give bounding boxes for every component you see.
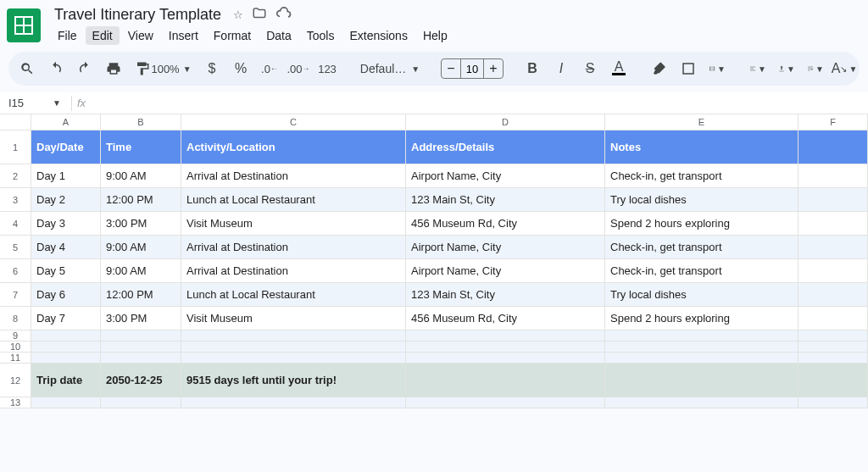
cell[interactable]: [798, 342, 868, 353]
cell[interactable]: Try local dishes: [605, 283, 798, 307]
cell[interactable]: [406, 353, 605, 364]
col-header-C[interactable]: C: [181, 114, 406, 130]
cell[interactable]: Arrival at Destination: [181, 164, 406, 188]
borders-icon[interactable]: [676, 57, 700, 81]
menu-insert[interactable]: Insert: [162, 26, 205, 45]
cell[interactable]: Airport Name, City: [406, 259, 605, 283]
vertical-align-icon[interactable]: ▼: [775, 57, 798, 81]
cell[interactable]: Trip date: [31, 364, 101, 397]
cell[interactable]: [605, 330, 798, 342]
font-select[interactable]: Defaul…▼: [356, 57, 424, 81]
cell[interactable]: [406, 364, 605, 397]
cell[interactable]: Arrival at Destination: [181, 236, 406, 259]
cell[interactable]: [31, 353, 101, 364]
menu-format[interactable]: Format: [207, 26, 258, 45]
cell[interactable]: Spend 2 hours exploring: [605, 212, 798, 236]
cell[interactable]: [101, 330, 181, 342]
cell[interactable]: 9:00 AM: [101, 164, 181, 188]
sheets-app-icon[interactable]: [7, 8, 41, 42]
row-header[interactable]: 3: [0, 188, 31, 212]
doc-title[interactable]: Travel Itinerary Template: [51, 5, 225, 25]
cell[interactable]: Check-in, get transport: [605, 164, 798, 188]
row-header[interactable]: 12: [0, 364, 31, 397]
currency-icon[interactable]: $: [200, 57, 224, 81]
row-header[interactable]: 1: [0, 130, 31, 164]
text-color-icon[interactable]: A: [607, 57, 631, 81]
decrease-decimal-icon[interactable]: .0←: [258, 57, 281, 81]
cell[interactable]: 123 Main St, City: [406, 188, 605, 212]
merge-cells-icon[interactable]: ▼: [705, 57, 729, 81]
header-cell[interactable]: Time: [101, 130, 181, 164]
cell[interactable]: Arrival at Destination: [181, 259, 406, 283]
cell[interactable]: 123 Main St, City: [406, 283, 605, 307]
row-header[interactable]: 7: [0, 283, 31, 307]
bold-icon[interactable]: B: [520, 57, 544, 81]
print-icon[interactable]: [102, 57, 125, 81]
cell[interactable]: 3:00 PM: [101, 307, 181, 330]
cell[interactable]: Lunch at Local Restaurant: [181, 283, 406, 307]
cell[interactable]: [798, 307, 868, 330]
row-header[interactable]: 8: [0, 307, 31, 330]
cell[interactable]: [181, 342, 406, 353]
row-header[interactable]: 13: [0, 397, 31, 408]
cell[interactable]: [798, 364, 868, 397]
cell[interactable]: [798, 164, 868, 188]
menu-help[interactable]: Help: [416, 26, 454, 45]
font-size-input[interactable]: [460, 59, 484, 78]
header-cell[interactable]: Notes: [605, 130, 798, 164]
cell[interactable]: Day 6: [31, 283, 101, 307]
row-header[interactable]: 11: [0, 353, 31, 364]
cell[interactable]: [181, 353, 406, 364]
cell[interactable]: [406, 342, 605, 353]
search-icon[interactable]: [15, 57, 39, 81]
cell[interactable]: 456 Museum Rd, City: [406, 307, 605, 330]
row-header[interactable]: 9: [0, 330, 31, 342]
cell[interactable]: Lunch at Local Restaurant: [181, 188, 406, 212]
cell[interactable]: 9:00 AM: [101, 259, 181, 283]
cloud-status-icon[interactable]: [275, 5, 292, 25]
spreadsheet-grid[interactable]: ABCDEF 1Day/DateTimeActivity/LocationAdd…: [0, 114, 868, 408]
menu-extensions[interactable]: Extensions: [342, 26, 414, 45]
formula-input[interactable]: [91, 97, 868, 109]
cell[interactable]: 2050-12-25: [101, 364, 181, 397]
redo-icon[interactable]: [73, 57, 97, 81]
cell[interactable]: 3:00 PM: [101, 212, 181, 236]
cell[interactable]: Visit Museum: [181, 212, 406, 236]
cell[interactable]: [31, 397, 101, 408]
cell[interactable]: [798, 236, 868, 259]
text-rotation-icon[interactable]: A↘▼: [832, 57, 856, 81]
col-header-F[interactable]: F: [798, 114, 868, 130]
col-header-B[interactable]: B: [101, 114, 181, 130]
cell[interactable]: 9515 days left until your trip!: [181, 364, 406, 397]
cell[interactable]: Day 2: [31, 188, 101, 212]
cell[interactable]: Airport Name, City: [406, 236, 605, 259]
cell[interactable]: Airport Name, City: [406, 164, 605, 188]
name-box[interactable]: I15▼: [3, 97, 66, 109]
cell[interactable]: Day 4: [31, 236, 101, 259]
row-header[interactable]: 6: [0, 259, 31, 283]
fill-color-icon[interactable]: [648, 57, 671, 81]
percent-icon[interactable]: %: [229, 57, 253, 81]
zoom-select[interactable]: 100%▼: [159, 57, 183, 81]
cell[interactable]: [181, 397, 406, 408]
cell[interactable]: 9:00 AM: [101, 236, 181, 259]
italic-icon[interactable]: I: [549, 57, 573, 81]
cell[interactable]: [31, 330, 101, 342]
row-header[interactable]: 4: [0, 212, 31, 236]
cell[interactable]: [406, 330, 605, 342]
cell[interactable]: [798, 212, 868, 236]
font-size-plus[interactable]: +: [484, 61, 503, 76]
cell[interactable]: [101, 342, 181, 353]
col-header-A[interactable]: A: [31, 114, 101, 130]
undo-icon[interactable]: [44, 57, 68, 81]
menu-edit[interactable]: Edit: [86, 26, 120, 45]
cell[interactable]: [101, 353, 181, 364]
cell[interactable]: [798, 353, 868, 364]
cell[interactable]: Day 7: [31, 307, 101, 330]
horizontal-align-icon[interactable]: ▼: [746, 57, 770, 81]
cell[interactable]: [181, 330, 406, 342]
cell[interactable]: [101, 397, 181, 408]
cell[interactable]: Check-in, get transport: [605, 236, 798, 259]
increase-decimal-icon[interactable]: .00→: [287, 57, 310, 81]
cell[interactable]: Spend 2 hours exploring: [605, 307, 798, 330]
